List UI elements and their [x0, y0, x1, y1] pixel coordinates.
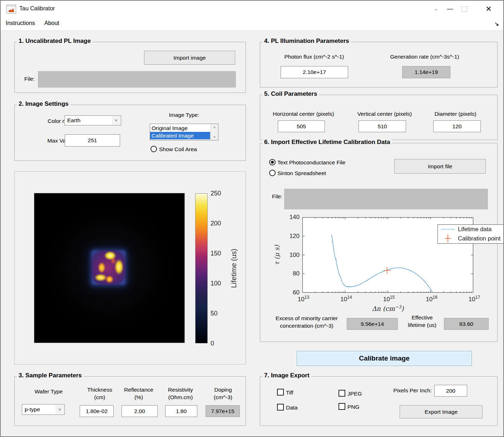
- photon-flux-input[interactable]: 2.10e+17: [281, 66, 348, 78]
- scroll-up-icon[interactable]: ˄: [211, 125, 218, 129]
- text-photoconductance-label: Text Photoconductance File: [277, 159, 345, 166]
- legend-line-icon: [441, 229, 455, 229]
- tiff-checkbox[interactable]: [277, 389, 284, 396]
- imagetype-label: Image Type:: [150, 112, 218, 118]
- matlab-logo-icon: [7, 7, 16, 13]
- listbox-scrollbar[interactable]: ˄ ˅: [211, 124, 218, 140]
- colorbar-tick-label: 0: [211, 340, 214, 347]
- colormap-value: Earth: [67, 117, 80, 124]
- tiff-label: Tiff: [286, 389, 293, 396]
- maximize-button[interactable]: [458, 1, 470, 17]
- thickness-input[interactable]: 1.80e-02: [80, 405, 114, 417]
- chevron-down-icon: ˅: [112, 116, 120, 125]
- data-label: Data: [286, 404, 298, 411]
- menu-about[interactable]: About: [44, 20, 59, 26]
- colorbar-axis-label: Lifetime (us): [228, 193, 240, 343]
- pl-image-axes: [34, 193, 185, 343]
- window-title: Tau Calibrator: [19, 5, 55, 12]
- generation-rate-output: 1.14e+19: [402, 66, 450, 78]
- colorbar-tick-label: 150: [211, 250, 221, 257]
- dock-arrow-icon[interactable]: ↘: [494, 21, 499, 27]
- png-checkbox[interactable]: [339, 403, 345, 410]
- wafer-type-value: p-type: [25, 406, 40, 413]
- colorbar-tick-label: 100: [211, 280, 221, 287]
- effective-lifetime-output: 83.60: [444, 318, 489, 330]
- resistivity-label: Resistivity(Ohm.cm): [161, 386, 200, 401]
- resistivity-input[interactable]: 1.80: [165, 405, 197, 417]
- text-photoconductance-radio[interactable]: [269, 159, 276, 165]
- panel6-title: 6. Import Effective Lifetime Calibration…: [262, 139, 392, 146]
- colormap-dropdown[interactable]: Earth ˅: [64, 115, 121, 125]
- app-icon-bar: [7, 5, 16, 7]
- wafer-type-dropdown[interactable]: p-type ˅: [22, 404, 65, 415]
- panel4-title: 4. PL Illumination Parameters: [262, 38, 351, 45]
- diameter-input[interactable]: 120: [433, 120, 481, 132]
- x-tick-label: 1016: [421, 295, 443, 303]
- import-image-button[interactable]: Import image: [144, 51, 235, 65]
- ppi-label: Pixels Per Inch:: [378, 387, 432, 394]
- imagetype-listbox[interactable]: Original Image Calibrated Image ˄ ˅: [150, 124, 218, 140]
- data-checkbox[interactable]: [277, 404, 284, 411]
- listbox-item-original[interactable]: Original Image: [150, 124, 210, 132]
- scroll-down-icon[interactable]: ˅: [211, 135, 218, 139]
- legend-plus-icon: [445, 234, 451, 242]
- x-tick-label: 1014: [336, 295, 357, 303]
- export-image-button[interactable]: Export Image: [400, 405, 483, 418]
- doping-label: Doping(cm^-3): [203, 386, 243, 401]
- effective-lifetime-label: Effectivelifetime (us): [397, 314, 447, 329]
- menu-instructions[interactable]: Instructions: [6, 20, 35, 26]
- legend-calibration-label: Calibration point: [458, 235, 500, 242]
- ppi-input[interactable]: 200: [434, 385, 467, 397]
- resize-hint-icon: ↔: [431, 1, 441, 17]
- x-tick-label: 1015: [378, 295, 400, 303]
- import-file-button[interactable]: Import file: [394, 159, 486, 174]
- file-label-6: File:: [272, 193, 282, 200]
- minimize-button[interactable]: —: [444, 1, 456, 17]
- y-tick-label: 140: [284, 214, 300, 221]
- panel-sample-parameters: 3. Sample Parameters Wafer Type p-type ˅…: [14, 376, 246, 426]
- menu-bar: Instructions About ↘: [1, 17, 503, 31]
- panel5-title: 5. Coil Parameters: [262, 90, 319, 98]
- generation-rate-label: Generation rate (cm^-3s^-1): [385, 54, 464, 60]
- chevron-down-icon: ˅: [55, 405, 64, 414]
- excess-carrier-label: Excess of minority carrierconcentration …: [264, 314, 350, 329]
- excess-carrier-output: 9.56e+14: [347, 318, 398, 330]
- show-coil-radio[interactable]: [150, 146, 157, 152]
- reflectance-label: Reflectance(%): [119, 386, 158, 401]
- x-tick-label: 1013: [293, 295, 314, 303]
- close-button[interactable]: ✕: [482, 1, 495, 17]
- maxvalue-input[interactable]: 251: [65, 134, 120, 147]
- y-tick-label: 80: [284, 270, 300, 277]
- title-bar: Tau Calibrator ↔ — ✕: [1, 1, 503, 17]
- colorbar: [195, 193, 208, 343]
- horiz-center-input[interactable]: 505: [278, 120, 325, 132]
- thickness-label: Thickness(cm): [80, 386, 119, 401]
- calibrate-image-button[interactable]: Calibrate image: [297, 351, 472, 366]
- y-tick-label: 120: [284, 233, 300, 240]
- image-viewer-panel: 050100150200250 Lifetime (us): [14, 171, 246, 364]
- photon-flux-label: Photon flux (cm^-2 s^-1): [277, 54, 352, 60]
- x-tick-label: 1017: [464, 295, 485, 303]
- app-window: Tau Calibrator ↔ — ✕ Instructions About …: [0, 0, 504, 437]
- maximize-icon: [461, 6, 467, 12]
- matlab-app-icon: [6, 5, 16, 14]
- legend-lifetime-label: Lifetime data: [458, 226, 491, 233]
- panel-image-settings: 2. Image Settings Color map: Earth ˅ Max…: [14, 105, 246, 161]
- show-coil-label: Show Coil Area: [159, 146, 197, 153]
- jpeg-checkbox[interactable]: [339, 390, 345, 397]
- panel-coil-parameters: 5. Coil Parameters Horizontal center (pi…: [260, 95, 498, 140]
- panel7-title: 7. Image Export: [262, 372, 311, 379]
- vert-center-input[interactable]: 510: [359, 120, 406, 132]
- wafer-type-label: Wafer Type: [27, 388, 70, 395]
- reflectance-input[interactable]: 2.00: [122, 405, 158, 417]
- jpeg-label: JPEG: [347, 391, 362, 397]
- lifetime-chart: τ (μ s) Lifetime data Calibration point …: [260, 213, 498, 317]
- file-path-display-6: [284, 189, 488, 209]
- colorbar-tick-label: 50: [211, 310, 217, 317]
- file-path-display-1: [38, 71, 236, 88]
- horiz-center-label: Horizontal center (pixels): [268, 111, 339, 117]
- sinton-spreadsheet-radio[interactable]: [269, 170, 276, 176]
- vert-center-label: Vertical center (pixels): [349, 111, 420, 117]
- listbox-item-calibrated[interactable]: Calibrated Image: [150, 132, 210, 139]
- file-label-1: File:: [24, 76, 35, 82]
